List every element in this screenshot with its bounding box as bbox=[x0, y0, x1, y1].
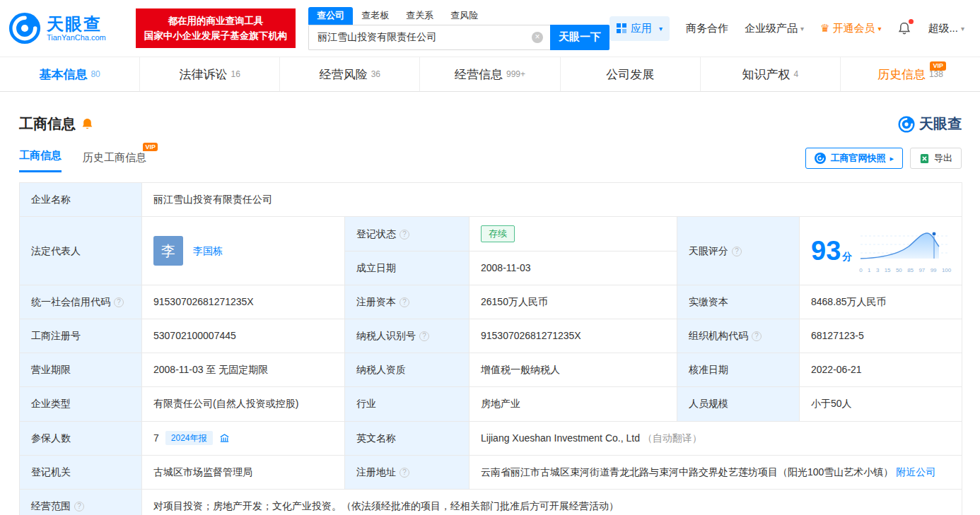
tab-legal-proceedings[interactable]: 法律诉讼 16 bbox=[139, 57, 279, 91]
field-label-taxpayer-id: 纳税人识别号? bbox=[345, 319, 469, 353]
export-button[interactable]: 导出 bbox=[910, 148, 962, 169]
search-tab-risk[interactable]: 查风险 bbox=[442, 7, 486, 25]
help-icon[interactable]: ? bbox=[399, 468, 409, 478]
status-badge: 存续 bbox=[481, 225, 515, 242]
field-label-industry: 行业 bbox=[345, 387, 469, 421]
scope-value: 对项目投资；房地产开发；文化产业投资。（依法须经批准的项目，经相关部门批准后方可… bbox=[142, 489, 962, 515]
subtab-history-business-info[interactable]: 历史工商信息 VIP bbox=[83, 151, 146, 172]
nav-enterprise-products[interactable]: 企业级产品 ▾ bbox=[745, 22, 804, 35]
snapshot-button-label: 工商官网快照 bbox=[830, 152, 885, 165]
tab-intellectual-property[interactable]: 知识产权 4 bbox=[700, 57, 840, 91]
field-label-establish-date: 成立日期 bbox=[345, 251, 469, 285]
vip-badge: VIP bbox=[143, 143, 158, 151]
reg-authority-value: 古城区市场监督管理局 bbox=[142, 455, 345, 489]
clear-icon[interactable]: × bbox=[532, 32, 543, 43]
table-row: 企业名称 丽江雪山投资有限责任公司 bbox=[20, 183, 962, 217]
paid-capital-value: 8468.85万人民币 bbox=[800, 285, 962, 319]
legal-rep-link[interactable]: 李国栋 bbox=[193, 243, 223, 259]
help-icon[interactable]: ? bbox=[752, 331, 762, 341]
subtab-actions: 工商官网快照 ▸ 导出 bbox=[805, 148, 962, 172]
field-label-company-type: 企业类型 bbox=[20, 387, 142, 421]
establish-date-value: 2008-11-03 bbox=[469, 251, 677, 285]
help-icon[interactable]: ? bbox=[419, 331, 429, 341]
help-icon[interactable]: ? bbox=[74, 502, 84, 511]
help-icon[interactable]: ? bbox=[732, 247, 742, 256]
section-head: 工商信息 天眼查 bbox=[19, 114, 962, 134]
nav-enterprise-products-label: 企业级产品 bbox=[745, 22, 798, 35]
company-name-value: 丽江雪山投资有限责任公司 bbox=[142, 183, 962, 217]
apps-menu-label: 应用 bbox=[631, 22, 652, 35]
search-tab-boss[interactable]: 查老板 bbox=[353, 7, 397, 25]
table-row: 经营范围? 对项目投资；房地产开发；文化产业投资。（依法须经批准的项目，经相关部… bbox=[20, 489, 962, 515]
annual-report-tag[interactable]: 2024年报 bbox=[165, 431, 213, 445]
table-row: 法定代表人 李 李国栋 登记状态? 存续 天眼评分? 93分 bbox=[20, 217, 962, 251]
table-row: 营业期限 2008-11-03 至 无固定期限 纳税人资质 增值税一般纳税人 核… bbox=[20, 353, 962, 387]
notification-bell[interactable] bbox=[897, 21, 911, 35]
subtab-business-info[interactable]: 工商信息 bbox=[19, 149, 62, 172]
field-label-credit-code: 统一社会信用代码? bbox=[20, 285, 142, 319]
nearby-companies-link[interactable]: 附近公司 bbox=[896, 466, 935, 478]
apps-grid-icon bbox=[617, 23, 626, 33]
nav-super-vip[interactable]: 超级... ▾ bbox=[928, 22, 964, 35]
chevron-down-icon: ▾ bbox=[800, 25, 804, 32]
field-label-scope: 经营范围? bbox=[20, 489, 142, 515]
search-button[interactable]: 天眼一下 bbox=[550, 25, 609, 50]
watermark-label: 天眼查 bbox=[919, 114, 962, 134]
chevron-right-icon: ▸ bbox=[889, 154, 894, 163]
snapshot-button[interactable]: 工商官网快照 ▸ bbox=[805, 148, 903, 169]
search-block: 查公司 查老板 查关系 查风险 × 天眼一下 bbox=[308, 7, 609, 50]
promo-line1: 都在用的商业查询工具 bbox=[144, 13, 288, 28]
taxpayer-quality-value: 增值税一般纳税人 bbox=[469, 353, 677, 387]
field-label-company-name: 企业名称 bbox=[20, 183, 142, 217]
field-label-reg-capital: 注册资本? bbox=[345, 285, 469, 319]
field-label-address: 注册地址? bbox=[345, 455, 469, 489]
tab-history-info[interactable]: VIP 历史信息 138 bbox=[840, 57, 980, 91]
tab-business-info[interactable]: 经营信息 999+ bbox=[419, 57, 559, 91]
field-label-staff-size: 人员规模 bbox=[677, 387, 800, 421]
english-name-value: Lijiang Xueshan Investment Co., Ltd （自动翻… bbox=[469, 421, 962, 455]
search-tab-relation[interactable]: 查关系 bbox=[397, 7, 442, 25]
nav-super-vip-label: 超级... bbox=[928, 22, 958, 35]
search-tab-company[interactable]: 查公司 bbox=[308, 7, 353, 25]
table-row: 企业类型 有限责任公司(自然人投资或控股) 行业 房地产业 人员规模 小于50人 bbox=[20, 387, 962, 421]
tianyancha-watermark: 天眼查 bbox=[898, 114, 962, 134]
tab-basic-info[interactable]: 基本信息 80 bbox=[0, 57, 139, 91]
nav-business-cooperation[interactable]: 商务合作 bbox=[686, 22, 728, 35]
table-row: 参保人数 7 2024年报 英文名称 Lijiang Xueshan Inves… bbox=[20, 421, 962, 455]
field-label-business-term: 营业期限 bbox=[20, 353, 142, 387]
subscribe-bell-icon[interactable] bbox=[81, 118, 93, 130]
brand-text: 天眼查 TianYanCha.com bbox=[47, 15, 106, 42]
industry-value: 房地产业 bbox=[469, 387, 677, 421]
chevron-down-icon: ▾ bbox=[961, 25, 964, 32]
help-icon[interactable]: ? bbox=[114, 297, 124, 307]
approval-date-value: 2022-06-21 bbox=[800, 353, 962, 387]
export-button-label: 导出 bbox=[934, 152, 952, 165]
help-icon[interactable]: ? bbox=[399, 230, 409, 239]
nav-open-membership[interactable]: ♛ 开通会员 ▾ bbox=[820, 22, 881, 35]
apps-menu[interactable]: 应用 ▾ bbox=[609, 16, 670, 41]
legal-rep-avatar[interactable]: 李 bbox=[153, 236, 183, 266]
field-label-approval-date: 核准日期 bbox=[677, 353, 800, 387]
search-input[interactable] bbox=[308, 25, 550, 50]
annual-report-icon[interactable] bbox=[219, 433, 230, 444]
insured-count: 7 bbox=[153, 430, 159, 446]
main-tabs: 基本信息 80 法律诉讼 16 经营风险 36 经营信息 999+ 公司发展 知… bbox=[0, 57, 980, 92]
section-title: 工商信息 bbox=[19, 114, 76, 134]
help-icon[interactable]: ? bbox=[399, 297, 409, 307]
field-label-paid-capital: 实缴资本 bbox=[677, 285, 800, 319]
vip-badge: VIP bbox=[930, 61, 946, 71]
score-number: 93分 bbox=[811, 237, 852, 264]
tianyancha-logo-icon bbox=[8, 12, 41, 45]
brand-name: 天眼查 bbox=[47, 15, 106, 33]
field-label-reg-status: 登记状态? bbox=[345, 217, 469, 251]
address-value: 云南省丽江市古城区束河街道青龙北路与束河中路交界处艺莲坊项目（阳光100雪山艺术… bbox=[469, 455, 962, 489]
score-value-cell: 93分 bbox=[800, 217, 962, 285]
nav-open-membership-label: 开通会员 bbox=[832, 22, 875, 35]
tab-business-risk[interactable]: 经营风险 36 bbox=[279, 57, 419, 91]
field-label-org-code: 组织机构代码? bbox=[677, 319, 800, 353]
tab-company-development[interactable]: 公司发展 bbox=[560, 57, 700, 91]
org-code-value: 68127123-5 bbox=[800, 319, 962, 353]
field-label-legal-rep: 法定代表人 bbox=[20, 217, 142, 285]
search-tabs: 查公司 查老板 查关系 查风险 bbox=[308, 7, 609, 25]
tianyancha-logo[interactable]: 天眼查 TianYanCha.com bbox=[8, 12, 106, 45]
